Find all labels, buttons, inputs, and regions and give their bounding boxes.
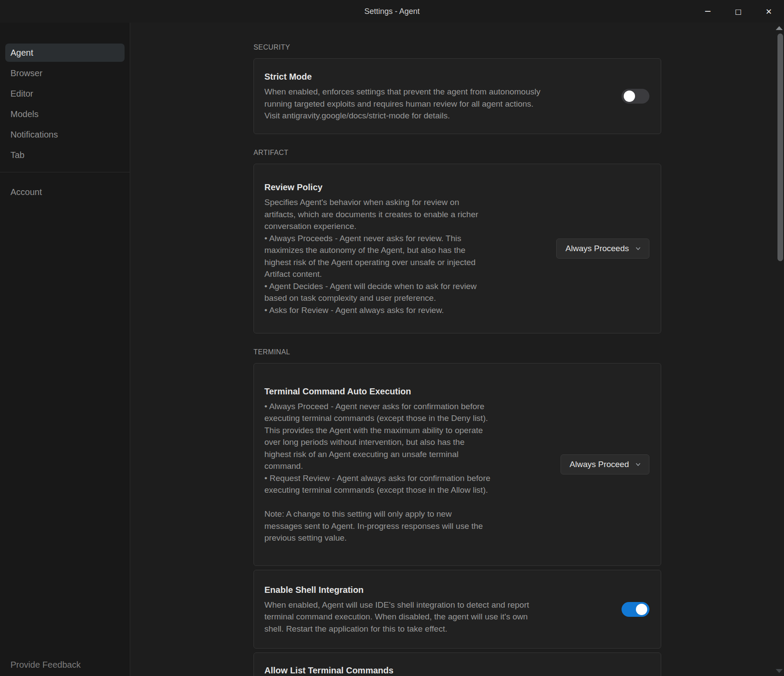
scroll-up-icon[interactable]	[776, 26, 783, 30]
sidebar-item-agent[interactable]: Agent	[5, 44, 125, 62]
sidebar-nav: Agent Browser Editor Models Notification…	[0, 23, 130, 164]
description-line: messages sent to Agent. In-progress resp…	[264, 520, 490, 532]
window-controls: ─ □ ✕	[693, 0, 784, 23]
section-artifact: ARTIFACT Review Policy Specifies Agent's…	[253, 149, 661, 333]
description-line: command.	[264, 460, 490, 472]
setting-description: When enabled, enforces settings that pre…	[264, 86, 541, 122]
settings-content: SECURITY Strict Mode When enabled, enfor…	[253, 44, 661, 676]
description-line: • Request Review - Agent always asks for…	[264, 472, 490, 484]
toggle-knob	[624, 91, 635, 102]
description-line: When enabled, enforces settings that pre…	[264, 86, 541, 98]
description-line: previous setting value.	[264, 532, 490, 544]
setting-description: • Always Proceed - Agent never asks for …	[264, 400, 490, 544]
scroll-down-icon[interactable]	[776, 669, 783, 673]
shell-integration-toggle[interactable]	[622, 602, 649, 617]
window-title: Settings - Agent	[0, 0, 784, 23]
description-line: shell. Restart the application for this …	[264, 623, 529, 635]
terminal-auto-execution-dropdown[interactable]: Always Proceed	[561, 454, 649, 474]
strict-mode-toggle[interactable]	[622, 89, 649, 104]
minimize-button[interactable]: ─	[693, 0, 723, 23]
close-button[interactable]: ✕	[754, 0, 784, 23]
description-line: • Always Proceeds - Agent never asks for…	[264, 232, 478, 245]
setting-title: Enable Shell Integration	[264, 584, 529, 596]
sidebar-divider	[0, 172, 130, 172]
maximize-button[interactable]: □	[723, 0, 754, 23]
shell-integration-card: Enable Shell Integration When enabled, A…	[253, 570, 661, 649]
section-terminal: TERMINAL Terminal Command Auto Execution…	[253, 348, 661, 676]
description-line: Artifact content.	[264, 268, 478, 280]
description-line: artifacts, which are documents it create…	[264, 209, 478, 221]
description-line	[264, 496, 490, 508]
section-label: TERMINAL	[253, 348, 661, 356]
review-policy-card: Review Policy Specifies Agent's behavior…	[253, 164, 661, 333]
review-policy-dropdown[interactable]: Always Proceeds	[556, 239, 649, 259]
settings-main-panel: SECURITY Strict Mode When enabled, enfor…	[131, 23, 784, 676]
description-line: • Always Proceed - Agent never asks for …	[264, 400, 490, 413]
description-line: over long periods without intervention, …	[264, 436, 490, 448]
section-security: SECURITY Strict Mode When enabled, enfor…	[253, 44, 661, 134]
description-line: Visit antigravity.google/docs/strict-mod…	[264, 110, 541, 122]
description-line: terminal command execution. When disable…	[264, 611, 529, 623]
description-line: highest risk of an Agent executing an un…	[264, 448, 490, 461]
minimize-icon: ─	[705, 6, 710, 17]
description-line: • Asks for Review - Agent always asks fo…	[264, 304, 478, 316]
sidebar-item-tab[interactable]: Tab	[5, 146, 125, 164]
sidebar-item-editor[interactable]: Editor	[5, 84, 125, 103]
sidebar-secondary: Account	[0, 183, 130, 201]
description-line: based on task complexity and user prefer…	[264, 292, 478, 304]
section-label: ARTIFACT	[253, 149, 661, 157]
setting-title: Strict Mode	[264, 71, 541, 83]
description-line: conversation experience.	[264, 220, 478, 232]
maximize-icon: □	[735, 7, 741, 16]
sidebar-item-account[interactable]: Account	[5, 183, 125, 201]
chevron-down-icon	[635, 461, 641, 467]
settings-sidebar: Agent Browser Editor Models Notification…	[0, 23, 130, 676]
sidebar-item-notifications[interactable]: Notifications	[5, 125, 125, 144]
description-line: executing terminal commands (except thos…	[264, 412, 490, 424]
section-label: SECURITY	[253, 44, 661, 51]
setting-title: Terminal Command Auto Execution	[264, 385, 490, 397]
toggle-knob	[636, 604, 647, 615]
description-line: running targeted exploits and requires h…	[264, 98, 541, 110]
title-bar: Settings - Agent ─ □ ✕	[0, 0, 784, 23]
setting-title: Allow List Terminal Commands	[264, 664, 529, 676]
description-line: Note: A change to this setting will only…	[264, 508, 490, 520]
description-line: maximizes the autonomy of the Agent, but…	[264, 244, 478, 256]
terminal-auto-execution-card: Terminal Command Auto Execution • Always…	[253, 363, 661, 566]
description-line: • Agent Decides - Agent will decide when…	[264, 280, 478, 293]
dropdown-value: Always Proceed	[570, 460, 629, 469]
scrollbar-thumb[interactable]	[777, 34, 783, 261]
strict-mode-card: Strict Mode When enabled, enforces setti…	[253, 58, 661, 134]
description-line: When enabled, Agent will use IDE's shell…	[264, 599, 529, 611]
description-line: This provides the Agent with the maximum…	[264, 424, 490, 437]
sidebar-item-browser[interactable]: Browser	[5, 64, 125, 82]
provide-feedback-link[interactable]: Provide Feedback	[10, 660, 81, 670]
dropdown-value: Always Proceeds	[565, 244, 629, 253]
sidebar-item-models[interactable]: Models	[5, 105, 125, 123]
close-icon: ✕	[765, 7, 772, 16]
allow-list-card: Allow List Terminal Commands Agent auto-…	[253, 652, 661, 676]
chevron-down-icon	[635, 246, 641, 252]
description-line: highest risk of the Agent operating over…	[264, 256, 478, 269]
setting-title: Review Policy	[264, 181, 478, 193]
description-line: Specifies Agent's behavior when asking f…	[264, 196, 478, 209]
setting-description: Specifies Agent's behavior when asking f…	[264, 196, 478, 316]
setting-description: When enabled, Agent will use IDE's shell…	[264, 599, 529, 635]
description-line: executing terminal commands (except thos…	[264, 484, 490, 496]
